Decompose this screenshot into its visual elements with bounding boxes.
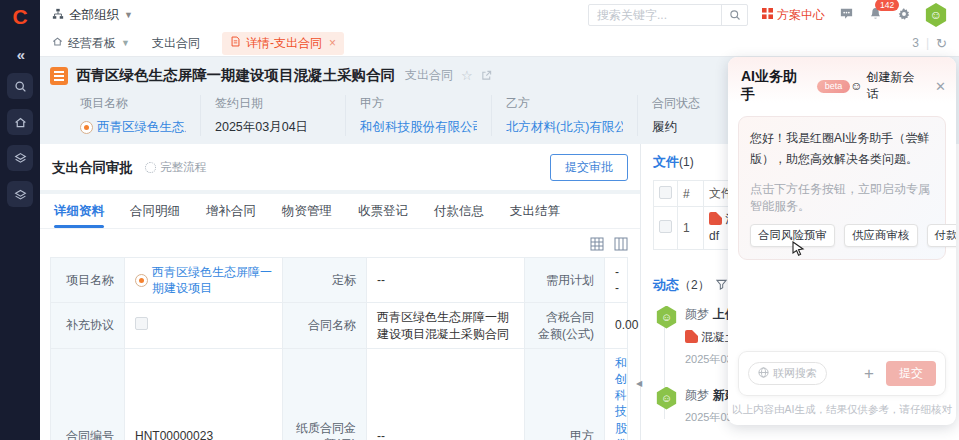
notifications-button[interactable]: 142 xyxy=(868,6,883,24)
search-input[interactable] xyxy=(589,8,721,22)
field-contract-status: 合同状态 履约 xyxy=(637,95,727,136)
ai-greeting: 您好！我是红圈AI业务助手（尝鲜版），助您高效解决各类问题。 xyxy=(750,128,934,170)
app-root: C « 全部组织 ▼ xyxy=(0,0,959,440)
table-row: 补充协议 合同名称 西青区绿色生态屏障一期建设项目混凝土采购合同 含税合同金额(… xyxy=(51,303,628,348)
attach-plus-icon[interactable]: + xyxy=(864,365,874,382)
notification-badge: 142 xyxy=(875,0,899,11)
tab-payments[interactable]: 付款信息 xyxy=(434,203,484,228)
project-icon xyxy=(80,121,93,134)
tab-materials[interactable]: 物资管理 xyxy=(282,203,332,228)
web-search-toggle[interactable]: 联网搜索 xyxy=(748,362,827,385)
sidebar-apps-button[interactable] xyxy=(7,145,33,171)
tab-detail-info[interactable]: 详细资料 xyxy=(54,203,104,228)
globe-icon xyxy=(758,367,769,380)
home-icon xyxy=(14,116,27,129)
pdf-icon xyxy=(685,330,698,343)
sidebar-search-button[interactable] xyxy=(7,73,33,99)
org-tree-icon xyxy=(52,8,64,23)
ai-submit-button[interactable]: 提交 xyxy=(886,361,936,386)
party-b-link[interactable]: 北方材料(北京)有限公司廊坊... xyxy=(506,119,623,136)
close-icon[interactable]: × xyxy=(329,36,336,50)
party-a-link[interactable]: 和创科技股份有限公司 xyxy=(360,119,477,136)
contract-detail-panel: 支出合同审批 完整流程 提交审批 详细资料 合同明细 增补合同 物资管理 收票登… xyxy=(40,144,640,440)
project-icon xyxy=(135,274,148,287)
task-payment-check-button[interactable]: 付款信息比对 xyxy=(927,224,957,247)
grid-view-icon[interactable] xyxy=(590,237,604,251)
ai-input-bar: 联网搜索 + 提交 xyxy=(738,351,946,396)
refresh-icon[interactable]: ↻ xyxy=(936,36,947,51)
ai-panel-title: AI业务助手 xyxy=(741,68,811,104)
layers-icon xyxy=(14,152,27,165)
party-a-link[interactable]: 和创科技股份有限公司 xyxy=(615,356,627,440)
tab-count: 3 xyxy=(912,36,919,50)
ai-disclaimer: 以上内容由AI生成，结果仅供参考，请仔细核对 xyxy=(728,396,956,425)
project-link[interactable]: 西青区绿色生态屏障一期建设项目 xyxy=(152,264,272,296)
search-icon xyxy=(14,80,27,93)
table-row: 合同编号 HNT00000023 纸质合同金额(元) -- 甲方 和创科技股份有… xyxy=(51,348,628,440)
project-link[interactable]: 西青区绿色生态屏障一... xyxy=(97,119,186,136)
task-contract-risk-button[interactable]: 合同风险预审 xyxy=(750,224,835,247)
tab-expense-contract[interactable]: 支出合同 xyxy=(152,35,200,52)
file-checkbox[interactable] xyxy=(659,220,672,233)
tab-contract-detail[interactable]: 详情-支出合同 × xyxy=(222,32,344,55)
field-project-name: 项目名称 西青区绿色生态屏障一... xyxy=(50,95,200,136)
sidebar-home-button[interactable] xyxy=(7,109,33,135)
select-all-checkbox[interactable] xyxy=(659,186,672,199)
new-session-button[interactable]: ☺ 创建新会话 xyxy=(850,69,926,103)
tab-supplement[interactable]: 增补合同 xyxy=(206,203,256,228)
detail-tabs: 详细资料 合同明细 增补合同 物资管理 收票登记 付款信息 支出结算 xyxy=(40,194,640,229)
layers-icon xyxy=(14,188,27,201)
grid-icon xyxy=(762,8,773,22)
tab-settlement[interactable]: 支出结算 xyxy=(510,203,560,228)
messages-button[interactable] xyxy=(839,6,854,24)
workspace-tabbar: 经营看板 ▼ 支出合同 详情-支出合同 × 3 | ↻ xyxy=(40,30,959,57)
files-col-index: # xyxy=(678,181,704,207)
solution-center-link[interactable]: 方案中心 xyxy=(762,7,825,24)
tab-contract-items[interactable]: 合同明细 xyxy=(130,203,180,228)
document-icon xyxy=(230,36,241,50)
task-supplier-audit-button[interactable]: 供应商审核 xyxy=(844,224,918,247)
submit-approval-button[interactable]: 提交审批 xyxy=(550,154,628,181)
smiley-icon: ☺ xyxy=(850,79,862,93)
tab-invoices[interactable]: 收票登记 xyxy=(358,203,408,228)
pdf-icon xyxy=(709,212,722,225)
field-sign-date: 签约日期 2025年03月04日 xyxy=(200,95,345,136)
gear-icon xyxy=(897,7,911,24)
external-link-icon[interactable] xyxy=(481,70,492,81)
beta-badge: beta xyxy=(817,80,851,93)
org-selector[interactable]: 全部组织 ▼ xyxy=(52,7,133,24)
solution-center-label: 方案中心 xyxy=(777,7,825,24)
left-sidebar: C « xyxy=(0,0,40,440)
table-toolbar xyxy=(40,229,640,255)
ai-hint: 点击下方任务按钮，立即启动专属智能服务。 xyxy=(750,181,934,215)
approval-title: 支出合同审批 xyxy=(52,159,133,177)
table-row: 项目名称 西青区绿色生态屏障一期建设项目 定标 -- 需用计划 -- xyxy=(51,258,628,303)
field-party-a: 甲方 和创科技股份有限公司 xyxy=(345,95,491,136)
chevron-down-icon: ▼ xyxy=(121,38,130,48)
page-title: 西青区绿色生态屏障一期建设项目混凝土采购合同 xyxy=(76,66,395,85)
supplement-checkbox[interactable] xyxy=(135,317,148,330)
columns-icon[interactable] xyxy=(614,237,628,251)
ai-assistant-panel: AI业务助手 beta ☺ 创建新会话 ✕ 您好！我是红圈AI业务助手（尝鲜版）… xyxy=(728,57,956,425)
close-icon[interactable]: ✕ xyxy=(935,79,946,94)
user-avatar: ☺ xyxy=(656,387,677,410)
chat-bubble-icon xyxy=(839,6,854,24)
sidebar-modules-button[interactable] xyxy=(7,181,33,207)
top-bar: 全部组织 ▼ 方案中心 142 xyxy=(40,0,959,30)
ai-welcome-card: 您好！我是红圈AI业务助手（尝鲜版），助您高效解决各类问题。 点击下方任务按钮，… xyxy=(738,116,946,260)
user-avatar[interactable]: ☺ xyxy=(925,3,947,27)
global-search xyxy=(588,4,748,26)
rail-collapse-handle[interactable]: ◀ xyxy=(636,379,642,388)
settings-button[interactable] xyxy=(897,7,911,24)
sidebar-collapse-icon[interactable]: « xyxy=(17,46,23,63)
brand-logo: C xyxy=(0,0,40,34)
search-icon[interactable] xyxy=(721,5,747,25)
field-party-b: 乙方 北方材料(北京)有限公司廊坊... xyxy=(491,95,637,136)
filter-icon[interactable] xyxy=(716,279,727,290)
star-icon[interactable]: ☆ xyxy=(461,68,473,83)
full-flow-link[interactable]: 完整流程 xyxy=(145,160,206,175)
contract-detail-table: 项目名称 西青区绿色生态屏障一期建设项目 定标 -- 需用计划 -- 补充协议 … xyxy=(50,257,628,440)
org-label: 全部组织 xyxy=(69,7,119,24)
approval-bar: 支出合同审批 完整流程 提交审批 xyxy=(40,144,640,194)
tab-dashboard[interactable]: 经营看板 ▼ xyxy=(52,35,130,52)
